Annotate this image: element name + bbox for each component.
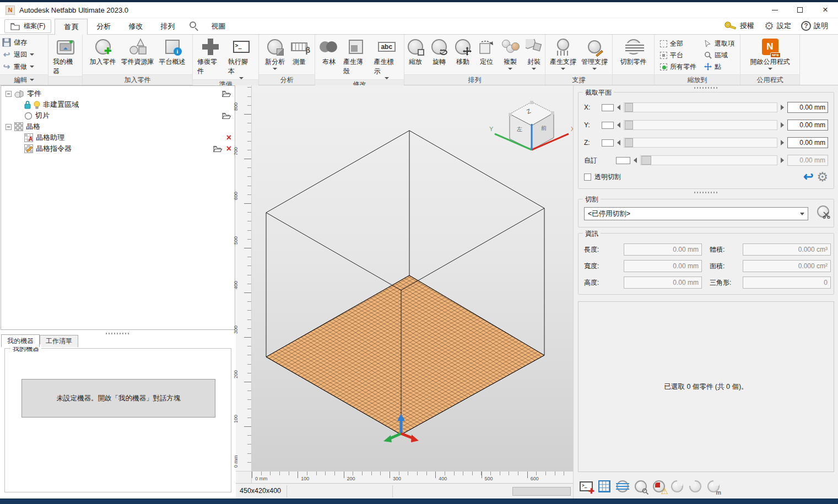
create-label-button[interactable]: abc 產生標示: [372, 36, 402, 79]
shell-history-forward-icon[interactable]: [688, 479, 702, 494]
lattice-view-icon[interactable]: [597, 479, 612, 494]
open-utility-dropdown[interactable]: [768, 68, 772, 70]
tab-job-list[interactable]: 工作清單: [40, 335, 78, 347]
clip-y-checkbox[interactable]: [602, 122, 614, 129]
collapse-icon[interactable]: [6, 124, 12, 130]
clip-x-value[interactable]: 0.00 mm: [787, 102, 828, 113]
shell-mesh-icon[interactable]: m: [706, 479, 721, 494]
setup-machine-button[interactable]: 未設定機器。開啟「我的機器」對話方塊: [21, 379, 215, 418]
zoom-point-button[interactable]: 點: [702, 61, 736, 73]
duplicate-dropdown[interactable]: [508, 68, 512, 70]
rotate-button[interactable]: 旋轉: [428, 36, 451, 74]
boolean-button[interactable]: 布林: [317, 36, 340, 79]
maximize-button[interactable]: [787, 2, 813, 18]
clip-z-checkbox[interactable]: [602, 139, 614, 147]
search-icon[interactable]: [189, 21, 200, 32]
tab-home[interactable]: 首頁: [55, 19, 88, 35]
create-support-button[interactable]: 產生支撐: [548, 36, 579, 74]
undo-button[interactable]: ↩ 退回: [0, 48, 48, 61]
repair-part-button[interactable]: 修復零件: [195, 36, 225, 79]
zoom-all-parts-button[interactable]: 所有零件: [658, 61, 698, 73]
slider-right-arrow[interactable]: [781, 158, 784, 163]
slider-right-arrow[interactable]: [781, 105, 784, 110]
zoom-region-button[interactable]: 區域: [702, 50, 736, 61]
cut-select[interactable]: <已停用切割>: [584, 207, 808, 220]
scale-button[interactable]: 縮放: [404, 36, 427, 74]
slider-right-arrow[interactable]: [781, 122, 784, 128]
redo-button[interactable]: ↪ 重做: [0, 61, 48, 73]
new-analysis-button[interactable]: 新分析: [263, 36, 287, 74]
zoom-platform-button[interactable]: 平台: [658, 50, 698, 61]
clip-y-slider[interactable]: [624, 120, 777, 130]
clip-z-value[interactable]: 0.00 mm: [787, 137, 828, 148]
save-button[interactable]: 儲存: [0, 36, 48, 48]
inspect-icon[interactable]: [634, 479, 648, 494]
license-button[interactable]: 授權: [722, 21, 756, 31]
view-cube[interactable]: Y X Z 左 前: [489, 101, 573, 150]
add-script-icon[interactable]: >_ ✚: [579, 479, 593, 494]
zoom-all-button[interactable]: 全部: [658, 38, 698, 50]
my-machines-button[interactable]: 我的機器: [51, 36, 80, 76]
redo-dropdown[interactable]: [30, 66, 34, 68]
tab-modify[interactable]: 修改: [120, 18, 152, 34]
cut-part-button[interactable]: 切割零件: [618, 36, 649, 74]
open-utility-button[interactable]: NNFB 開啟公用程式: [748, 36, 792, 74]
lock-icon[interactable]: [24, 101, 31, 109]
tree-item-lattice-commander[interactable]: 晶格指令器 ×: [1, 143, 235, 154]
cut-scissors-button[interactable]: [817, 205, 829, 218]
position-button[interactable]: 定位: [475, 36, 498, 74]
slice-view-icon[interactable]: [615, 479, 630, 494]
part-library-button[interactable]: 零件資源庫: [119, 36, 156, 74]
create-support-dropdown[interactable]: [561, 68, 565, 70]
slider-left-arrow[interactable]: [634, 158, 637, 163]
undo-dropdown[interactable]: [30, 53, 34, 56]
tree-item-lattice-assistant[interactable]: A 晶格助理 ×: [1, 132, 235, 143]
clipping-settings-icon[interactable]: ⚙: [817, 171, 828, 183]
new-analysis-dropdown[interactable]: [273, 68, 277, 70]
tab-view[interactable]: 視圖: [202, 18, 234, 34]
transparent-cut-checkbox[interactable]: [584, 174, 591, 181]
slider-left-arrow[interactable]: [617, 105, 620, 110]
scene-3d[interactable]: Y X Z 左 前: [236, 85, 573, 471]
open-folder-icon[interactable]: [222, 112, 231, 120]
run-script-button[interactable]: >_ 執行腳本: [226, 36, 256, 79]
manage-support-dropdown[interactable]: [592, 68, 597, 70]
zoom-selection-button[interactable]: 選取項: [702, 38, 736, 50]
panel-splitter[interactable]: [574, 190, 838, 194]
open-folder-icon[interactable]: [222, 90, 231, 97]
tab-arrange[interactable]: 排列: [152, 18, 183, 34]
delete-icon[interactable]: ×: [226, 133, 231, 142]
duplicate-button[interactable]: 複製: [499, 36, 522, 74]
move-button[interactable]: 移動: [451, 36, 474, 74]
slider-left-arrow[interactable]: [617, 140, 620, 145]
help-button[interactable]: ? 說明: [799, 21, 830, 31]
lightbulb-icon[interactable]: [34, 101, 40, 109]
clip-x-slider[interactable]: [624, 102, 777, 112]
collapse-icon[interactable]: [6, 91, 12, 97]
measure-button[interactable]: β 測量: [288, 36, 311, 74]
clip-custom-box[interactable]: [616, 157, 630, 164]
slider-left-arrow[interactable]: [617, 122, 620, 128]
part-warning-icon[interactable]: ⚠: [652, 479, 666, 494]
tree-item-slices[interactable]: 切片: [1, 110, 235, 121]
clip-custom-slider[interactable]: [640, 155, 777, 165]
clip-y-value[interactable]: 0.00 mm: [787, 120, 828, 131]
shell-history-back-icon[interactable]: [670, 479, 684, 494]
platform-overview-button[interactable]: i 平台概述: [157, 36, 188, 74]
delete-icon[interactable]: ×: [226, 144, 231, 153]
slider-right-arrow[interactable]: [781, 140, 784, 145]
pack-button[interactable]: 封裝: [522, 36, 545, 74]
group-label-edit[interactable]: 編輯: [0, 74, 48, 85]
reset-clipping-icon[interactable]: ↪: [803, 171, 813, 183]
tab-my-machines[interactable]: 我的機器: [1, 334, 40, 347]
tab-analysis[interactable]: 分析: [88, 18, 120, 34]
open-folder-icon[interactable]: [213, 145, 223, 153]
manage-support-button[interactable]: 管理支撐: [579, 36, 610, 74]
clip-x-checkbox[interactable]: [602, 104, 614, 111]
file-menu-button[interactable]: 檔案(F): [4, 19, 51, 33]
add-part-button[interactable]: ✚ 加入零件: [88, 36, 118, 74]
tree-item-lattice[interactable]: 晶格: [1, 121, 235, 132]
tree-item-parts[interactable]: 零件: [1, 88, 235, 99]
tree-item-no-build-zone[interactable]: 非建置區域: [1, 99, 235, 110]
close-button[interactable]: ×: [813, 2, 838, 18]
